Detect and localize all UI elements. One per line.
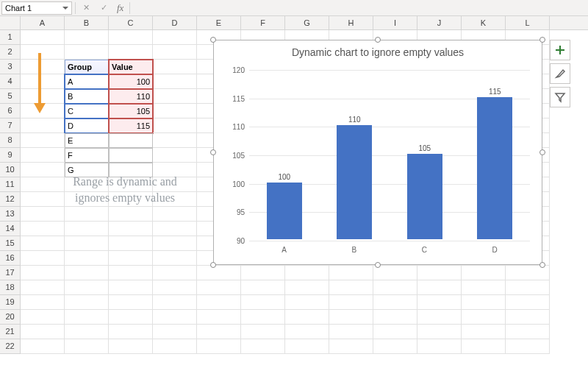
column-header[interactable]: C bbox=[109, 16, 153, 29]
cell[interactable] bbox=[285, 325, 329, 339]
cell[interactable] bbox=[21, 148, 65, 163]
cell[interactable]: Group bbox=[65, 60, 109, 74]
cell[interactable] bbox=[153, 207, 197, 222]
cell[interactable] bbox=[109, 207, 153, 222]
row-header[interactable]: 16 bbox=[0, 251, 21, 266]
cell[interactable] bbox=[329, 280, 373, 295]
resize-handle[interactable] bbox=[375, 37, 381, 43]
cell[interactable] bbox=[197, 295, 241, 310]
row-header[interactable]: 12 bbox=[0, 192, 21, 207]
cell[interactable] bbox=[462, 310, 506, 325]
row-header[interactable]: 15 bbox=[0, 236, 21, 251]
cell[interactable] bbox=[21, 295, 65, 310]
row-header[interactable]: 22 bbox=[0, 339, 21, 354]
cell[interactable] bbox=[285, 280, 329, 295]
cell[interactable] bbox=[373, 325, 417, 339]
cell[interactable] bbox=[373, 310, 417, 325]
row-header[interactable]: 6 bbox=[0, 104, 21, 118]
cell[interactable] bbox=[506, 295, 550, 310]
cell[interactable]: A bbox=[65, 74, 109, 89]
chart-plot-area[interactable]: 9095100105110115120100110105115 bbox=[249, 70, 530, 239]
row-header[interactable]: 4 bbox=[0, 74, 21, 89]
cell[interactable] bbox=[109, 222, 153, 236]
cell[interactable] bbox=[21, 251, 65, 266]
column-header[interactable]: K bbox=[462, 16, 506, 29]
cell[interactable] bbox=[285, 339, 329, 354]
cell[interactable] bbox=[373, 295, 417, 310]
chart-bar[interactable] bbox=[407, 154, 442, 239]
cell[interactable]: 105 bbox=[109, 104, 153, 118]
cell[interactable]: Value bbox=[109, 60, 153, 74]
row-header[interactable]: 17 bbox=[0, 266, 21, 280]
row-header[interactable]: 14 bbox=[0, 222, 21, 236]
column-header[interactable]: J bbox=[417, 16, 462, 29]
cell[interactable] bbox=[506, 280, 550, 295]
cell[interactable] bbox=[109, 236, 153, 251]
column-header[interactable]: B bbox=[65, 16, 109, 29]
cell[interactable] bbox=[417, 295, 462, 310]
cell[interactable] bbox=[109, 45, 153, 60]
cell[interactable] bbox=[153, 30, 197, 45]
cell[interactable] bbox=[506, 325, 550, 339]
cell[interactable] bbox=[21, 133, 65, 148]
column-header[interactable]: H bbox=[329, 16, 373, 29]
cell[interactable] bbox=[153, 251, 197, 266]
cell[interactable] bbox=[109, 251, 153, 266]
cell[interactable] bbox=[506, 310, 550, 325]
cell[interactable]: D bbox=[65, 118, 109, 133]
cell[interactable]: E bbox=[65, 133, 109, 148]
cell[interactable] bbox=[241, 266, 285, 280]
cell[interactable] bbox=[65, 310, 109, 325]
cell[interactable] bbox=[153, 104, 197, 118]
cell[interactable] bbox=[153, 133, 197, 148]
cell[interactable] bbox=[153, 266, 197, 280]
cell[interactable] bbox=[65, 325, 109, 339]
cell[interactable] bbox=[65, 295, 109, 310]
cell[interactable] bbox=[153, 280, 197, 295]
cell[interactable] bbox=[21, 222, 65, 236]
row-header[interactable]: 9 bbox=[0, 148, 21, 163]
chart-object[interactable]: Dynamic chart to ignore empty values 909… bbox=[213, 40, 542, 265]
cell[interactable] bbox=[21, 207, 65, 222]
name-box[interactable]: Chart 1 bbox=[1, 1, 72, 15]
cell[interactable] bbox=[109, 295, 153, 310]
cell[interactable] bbox=[21, 118, 65, 133]
cell[interactable] bbox=[21, 266, 65, 280]
cell[interactable] bbox=[153, 89, 197, 104]
cell[interactable] bbox=[109, 30, 153, 45]
cell[interactable] bbox=[109, 339, 153, 354]
insert-function-button[interactable]: fx bbox=[114, 2, 126, 14]
cell[interactable] bbox=[329, 325, 373, 339]
row-header[interactable]: 1 bbox=[0, 30, 21, 45]
column-header[interactable]: L bbox=[506, 16, 550, 29]
row-header[interactable]: 10 bbox=[0, 163, 21, 177]
column-header[interactable]: I bbox=[373, 16, 417, 29]
cell[interactable]: 115 bbox=[109, 118, 153, 133]
cell[interactable] bbox=[373, 266, 417, 280]
cell[interactable] bbox=[197, 310, 241, 325]
cell[interactable] bbox=[197, 266, 241, 280]
cell[interactable] bbox=[153, 118, 197, 133]
row-header[interactable]: 20 bbox=[0, 310, 21, 325]
cell[interactable] bbox=[285, 310, 329, 325]
cell[interactable] bbox=[109, 310, 153, 325]
row-header[interactable]: 8 bbox=[0, 133, 21, 148]
cell[interactable] bbox=[506, 339, 550, 354]
cell[interactable] bbox=[21, 163, 65, 177]
cell[interactable] bbox=[21, 177, 65, 192]
cell[interactable] bbox=[153, 60, 197, 74]
cell[interactable]: C bbox=[65, 104, 109, 118]
cell[interactable] bbox=[65, 30, 109, 45]
cell[interactable] bbox=[153, 236, 197, 251]
column-header[interactable]: D bbox=[153, 16, 197, 29]
cell[interactable] bbox=[65, 222, 109, 236]
cell[interactable] bbox=[241, 339, 285, 354]
cell[interactable] bbox=[153, 339, 197, 354]
cell[interactable] bbox=[21, 310, 65, 325]
column-header[interactable]: F bbox=[241, 16, 285, 29]
row-header[interactable]: 19 bbox=[0, 295, 21, 310]
cell[interactable] bbox=[329, 295, 373, 310]
cell[interactable]: F bbox=[65, 148, 109, 163]
row-header[interactable]: 18 bbox=[0, 280, 21, 295]
row-header[interactable]: 3 bbox=[0, 60, 21, 74]
